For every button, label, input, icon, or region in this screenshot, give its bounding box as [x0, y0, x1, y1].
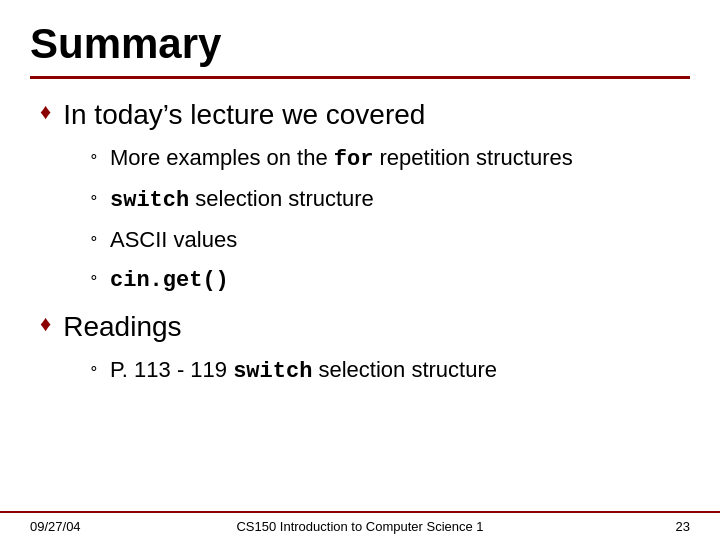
footer-center: CS150 Introduction to Computer Science 1: [236, 519, 483, 534]
sub4-text: cin.get(): [110, 264, 229, 297]
title-divider: [30, 76, 690, 79]
sub4-marker: ⚬: [88, 270, 100, 286]
sub4: ⚬ cin.get(): [88, 264, 690, 297]
section2-text: Readings: [63, 309, 181, 345]
sub1: ⚬ More examples on the for repetition st…: [88, 143, 690, 176]
slide-container: Summary ♦ In today’s lecture we covered …: [0, 0, 720, 540]
section1-marker: ♦: [40, 99, 51, 125]
sub3-marker: ⚬: [88, 231, 100, 247]
section2-subbullets: ⚬ P. 113 - 119 switch selection structur…: [88, 355, 690, 388]
sub2: ⚬ switch selection structure: [88, 184, 690, 217]
sub1-marker: ⚬: [88, 149, 100, 165]
rsub1: ⚬ P. 113 - 119 switch selection structur…: [88, 355, 690, 388]
sub3: ⚬ ASCII values: [88, 225, 690, 256]
main-content: ♦ In today’s lecture we covered ⚬ More e…: [30, 97, 690, 540]
sub2-text: switch selection structure: [110, 184, 374, 217]
section1-heading: ♦ In today’s lecture we covered: [40, 97, 690, 133]
sub3-text: ASCII values: [110, 225, 237, 256]
footer-date: 09/27/04: [30, 519, 81, 534]
rsub1-text: P. 113 - 119 switch selection structure: [110, 355, 497, 388]
section2-marker: ♦: [40, 311, 51, 337]
footer-page: 23: [676, 519, 690, 534]
section1-subbullets: ⚬ More examples on the for repetition st…: [88, 143, 690, 296]
section2-heading: ♦ Readings: [40, 309, 690, 345]
rsub1-marker: ⚬: [88, 361, 100, 377]
sub2-marker: ⚬: [88, 190, 100, 206]
sub1-text: More examples on the for repetition stru…: [110, 143, 573, 176]
footer: 09/27/04 CS150 Introduction to Computer …: [0, 511, 720, 540]
slide-title: Summary: [30, 20, 690, 72]
section1-text: In today’s lecture we covered: [63, 97, 425, 133]
